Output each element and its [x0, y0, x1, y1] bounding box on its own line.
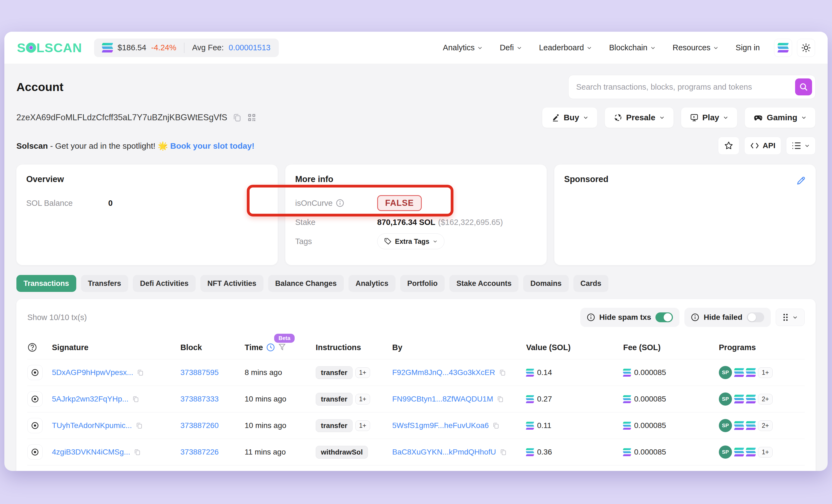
ad-link[interactable]: Book your slot today!	[170, 141, 255, 150]
copy-icon[interactable]	[492, 422, 500, 429]
program-sp-badge[interactable]: SP	[719, 366, 732, 379]
play-button[interactable]: Play	[681, 107, 738, 128]
program-sp-badge[interactable]: SP	[719, 446, 732, 459]
tab-domains[interactable]: Domains	[523, 275, 569, 292]
tab-transfers[interactable]: Transfers	[81, 275, 128, 292]
clock-icon[interactable]	[266, 343, 275, 352]
copy-icon[interactable]	[232, 113, 242, 123]
sign-in-button[interactable]: Sign in	[735, 43, 760, 52]
program-solana-icon[interactable]	[734, 421, 744, 430]
ad-text: - Get your ad in the spotlight! 🌟	[48, 141, 170, 150]
tx-fee: 0.000085	[634, 368, 666, 377]
block-link[interactable]: 373887333	[180, 395, 219, 403]
block-link[interactable]: 373887260	[180, 421, 219, 430]
program-solana-icon[interactable]	[746, 395, 755, 403]
preview-eye-button[interactable]	[27, 418, 43, 433]
api-button[interactable]: API	[744, 137, 781, 155]
col-time[interactable]: Time Beta	[244, 343, 316, 352]
copy-icon[interactable]	[498, 369, 506, 376]
columns-settings-button[interactable]	[776, 309, 805, 326]
by-address-link[interactable]: 5WsfS1gm9F...heFuvUKoa6	[392, 421, 489, 430]
program-solana-icon[interactable]	[746, 448, 755, 456]
extra-tags-button[interactable]: Extra Tags	[377, 233, 444, 249]
instruction-pill[interactable]: transfer	[316, 393, 353, 406]
sol-balance-row: SOL Balance 0	[26, 193, 268, 213]
presale-button[interactable]: Presale	[605, 107, 674, 128]
tx-signature-link[interactable]: 4zgiB3DVKN4iCMSg...	[52, 448, 130, 456]
solscan-logo[interactable]: SLSCAN	[17, 40, 82, 55]
programs-more-pill[interactable]: 2+	[758, 420, 773, 431]
qr-code-icon[interactable]	[247, 113, 257, 123]
tab-nft-activities[interactable]: NFT Activities	[200, 275, 263, 292]
tx-signature-link[interactable]: 5AJrkp2wn32FqYHp...	[52, 395, 128, 403]
search-icon	[799, 82, 808, 91]
tx-fee: 0.000085	[634, 395, 666, 403]
tx-value: 0.36	[537, 448, 552, 456]
filter-funnel-icon[interactable]	[278, 343, 286, 351]
programs-more-pill[interactable]: 2+	[758, 394, 773, 404]
buy-button[interactable]: Buy	[542, 107, 597, 128]
preview-eye-button[interactable]	[27, 365, 43, 380]
by-address-link[interactable]: F92GMm8JnQ...43Go3kXcER	[392, 368, 495, 377]
copy-icon[interactable]	[499, 448, 507, 456]
search-button[interactable]	[795, 78, 812, 96]
tab-analytics[interactable]: Analytics	[348, 275, 395, 292]
list-menu-button[interactable]	[786, 137, 815, 155]
sol-price-pill[interactable]: $186.54 -4.24% Avg Fee: 0.00001513	[94, 38, 279, 57]
favorite-button[interactable]	[718, 137, 739, 155]
col-block[interactable]: Block	[180, 343, 244, 352]
program-solana-icon[interactable]	[734, 448, 744, 456]
preview-eye-button[interactable]	[27, 444, 43, 460]
nav-defi[interactable]: Defi	[500, 43, 522, 52]
search-input[interactable]	[576, 83, 795, 91]
program-solana-icon[interactable]	[734, 368, 744, 377]
tx-signature-link[interactable]: TUyhTeAdorNKpumic...	[52, 421, 132, 430]
program-solana-icon[interactable]	[746, 368, 755, 377]
block-link[interactable]: 373887226	[180, 448, 219, 456]
copy-icon[interactable]	[132, 395, 139, 403]
gaming-button[interactable]: Gaming	[745, 107, 815, 128]
theme-toggle-button[interactable]	[797, 39, 815, 57]
nav-resources[interactable]: Resources	[673, 43, 719, 52]
nav-blockchain[interactable]: Blockchain	[609, 43, 655, 52]
hide-failed-toggle[interactable]	[747, 312, 764, 322]
preview-eye-button[interactable]	[27, 391, 43, 407]
program-solana-icon[interactable]	[746, 421, 755, 430]
hide-spam-toggle[interactable]	[655, 312, 673, 322]
tab-transactions[interactable]: Transactions	[17, 275, 76, 292]
block-link[interactable]: 373887595	[180, 368, 219, 377]
program-sp-badge[interactable]: SP	[719, 419, 732, 432]
instruction-more-pill[interactable]: 1+	[355, 420, 370, 431]
instruction-more-pill[interactable]: 1+	[355, 394, 370, 404]
programs-more-pill[interactable]: 1+	[758, 367, 773, 378]
instruction-more-pill[interactable]: 1+	[355, 367, 370, 378]
avg-fee-value[interactable]: 0.00001513	[229, 43, 270, 52]
info-icon[interactable]	[336, 199, 344, 207]
copy-icon[interactable]	[133, 448, 141, 456]
edit-pencil-icon[interactable]	[796, 175, 806, 185]
tab-defi-activities[interactable]: Defi Activities	[133, 275, 196, 292]
instruction-pill[interactable]: withdrawSol	[316, 446, 368, 459]
tab-balance-changes[interactable]: Balance Changes	[268, 275, 344, 292]
tab-portfolio[interactable]: Portfolio	[400, 275, 445, 292]
tx-signature-link[interactable]: 5DxAGP9hHpwVpesx...	[52, 368, 133, 377]
copy-icon[interactable]	[135, 422, 143, 429]
program-solana-icon[interactable]	[734, 395, 744, 403]
copy-icon[interactable]	[496, 395, 504, 403]
instruction-pill[interactable]: transfer	[316, 419, 353, 432]
tab-stake-accounts[interactable]: Stake Accounts	[449, 275, 519, 292]
by-address-link[interactable]: BaC8XuGYKN...kPmdQHhofU	[392, 448, 496, 456]
program-sp-badge[interactable]: SP	[719, 393, 732, 406]
help-circle-icon[interactable]	[27, 342, 37, 352]
hide-spam-control[interactable]: Hide spam txs	[580, 308, 680, 327]
network-solana-button[interactable]	[774, 39, 792, 57]
copy-icon[interactable]	[136, 369, 144, 376]
account-address[interactable]: 2zeXA69dFoMLFLdzCfcff35aL7Y7uBZnjKBGWtES…	[17, 113, 227, 123]
nav-analytics[interactable]: Analytics	[443, 43, 483, 52]
hide-failed-control[interactable]: Hide failed	[684, 308, 771, 327]
instruction-pill[interactable]: transfer	[316, 366, 353, 379]
tab-cards[interactable]: Cards	[573, 275, 609, 292]
by-address-link[interactable]: FN99CBtyn1...8ZfWAQDU1M	[392, 395, 493, 403]
programs-more-pill[interactable]: 1+	[758, 447, 773, 457]
nav-leaderboard[interactable]: Leaderboard	[539, 43, 592, 52]
